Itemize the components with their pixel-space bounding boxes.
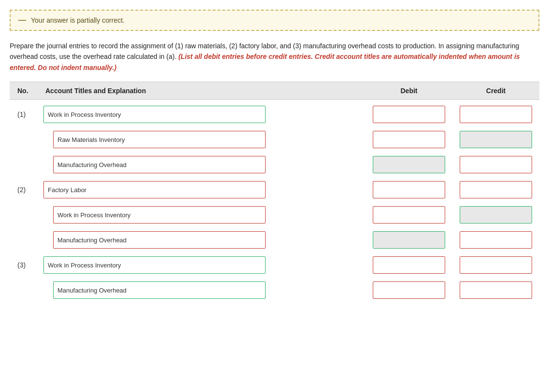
credit-input[interactable] <box>460 281 532 299</box>
debit-input[interactable] <box>373 206 445 224</box>
credit-cell <box>452 281 539 299</box>
credit-input[interactable] <box>460 231 532 249</box>
header-credit: Credit <box>452 87 539 95</box>
table-header: No. Account Titles and Explanation Debit… <box>10 82 539 100</box>
instructions: Prepare the journal entries to record th… <box>10 41 539 73</box>
account-cell <box>43 231 366 249</box>
debit-cell <box>366 131 452 148</box>
account-cell <box>43 131 366 148</box>
debit-input[interactable] <box>373 256 445 274</box>
debit-input[interactable] <box>373 281 445 299</box>
credit-input[interactable] <box>460 131 532 148</box>
journal-table: (1)(2)(3) <box>10 102 539 303</box>
debit-cell <box>366 106 452 123</box>
debit-input[interactable] <box>373 131 445 148</box>
table-row <box>10 202 539 227</box>
account-cell <box>43 106 366 123</box>
account-cell <box>43 281 366 299</box>
header-account: Account Titles and Explanation <box>43 87 366 95</box>
credit-cell <box>452 181 539 198</box>
credit-cell <box>452 106 539 123</box>
account-title-input[interactable] <box>43 106 266 123</box>
debit-input[interactable] <box>373 231 445 249</box>
alert-icon: — <box>18 16 26 24</box>
credit-input[interactable] <box>460 156 532 173</box>
account-cell <box>43 156 366 173</box>
credit-input[interactable] <box>460 181 532 198</box>
account-title-input[interactable] <box>53 231 266 249</box>
alert-text: Your answer is partially correct. <box>31 16 125 24</box>
credit-cell <box>452 206 539 224</box>
table-row <box>10 127 539 152</box>
account-title-input[interactable] <box>53 156 266 173</box>
account-title-input[interactable] <box>53 131 266 148</box>
account-title-input[interactable] <box>43 256 266 274</box>
credit-cell <box>452 156 539 173</box>
header-no: No. <box>10 87 43 95</box>
account-cell <box>43 181 366 198</box>
row-number: (3) <box>10 261 43 269</box>
account-title-input[interactable] <box>53 281 266 299</box>
debit-cell <box>366 256 452 274</box>
debit-input[interactable] <box>373 156 445 173</box>
debit-cell <box>366 181 452 198</box>
row-number: (1) <box>10 111 43 118</box>
header-debit: Debit <box>366 87 452 95</box>
table-row <box>10 152 539 177</box>
credit-cell <box>452 231 539 249</box>
debit-cell <box>366 231 452 249</box>
debit-input[interactable] <box>373 181 445 198</box>
table-row <box>10 227 539 252</box>
table-row: (1) <box>10 102 539 127</box>
credit-cell <box>452 256 539 274</box>
credit-input[interactable] <box>460 206 532 224</box>
account-cell <box>43 256 366 274</box>
row-number: (2) <box>10 186 43 194</box>
credit-input[interactable] <box>460 106 532 123</box>
debit-cell <box>366 206 452 224</box>
credit-cell <box>452 131 539 148</box>
alert-box: — Your answer is partially correct. <box>10 10 539 31</box>
table-row: (2) <box>10 177 539 202</box>
debit-cell <box>366 156 452 173</box>
account-title-input[interactable] <box>43 181 266 198</box>
table-row: (3) <box>10 252 539 278</box>
debit-input[interactable] <box>373 106 445 123</box>
debit-cell <box>366 281 452 299</box>
account-cell <box>43 206 366 224</box>
account-title-input[interactable] <box>53 206 266 224</box>
credit-input[interactable] <box>460 256 532 274</box>
table-row <box>10 278 539 303</box>
